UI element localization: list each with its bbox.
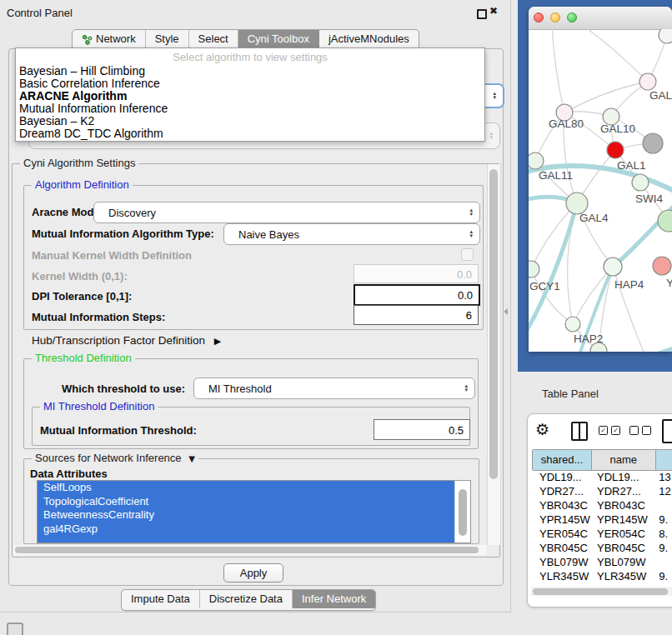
network-node[interactable] [643, 133, 663, 153]
algorithm-option[interactable]: Dream8 DC_TDC Algorithm [16, 128, 484, 140]
mi-threshold-field[interactable]: 0.5 [374, 419, 470, 440]
network-edge[interactable] [552, 29, 564, 112]
table-cell: 9. [654, 570, 672, 584]
algorithm-option[interactable]: Basic Correlation Inference [16, 78, 484, 90]
node-label: GAL1 [617, 159, 646, 172]
deselect-all-columns-icon[interactable] [629, 426, 651, 435]
network-node[interactable] [659, 29, 672, 43]
tab-jactivemnodules[interactable]: jActiveMNodules [319, 30, 419, 48]
tab-cyni-toolbox[interactable]: Cyni Toolbox [238, 30, 319, 48]
column-header-cut[interactable] [655, 450, 672, 470]
node-label: GAL [649, 89, 672, 102]
kernel-width-value: 0.0 [457, 268, 472, 280]
network-node[interactable] [658, 210, 672, 232]
table-cell: YBR045C [533, 542, 592, 556]
tab-discretize-data[interactable]: Discretize Data [200, 590, 293, 608]
table-cell: YBR043C [533, 499, 592, 513]
table-row[interactable]: YBL079WYBL079W [533, 556, 672, 570]
attribute-list-item[interactable]: BetweennessCentrality [38, 508, 470, 522]
aracne-mode-combobox[interactable]: Discovery ▴▾ [93, 202, 480, 223]
column-header-name[interactable]: name [591, 450, 656, 470]
algorithm-option[interactable]: Bayesian – K2 [16, 115, 484, 128]
cyni-bottom-tabs: Impute DataDiscretize DataInfer Network [121, 589, 376, 611]
tab-label: Network [96, 30, 136, 48]
tab-style[interactable]: Style [146, 30, 189, 48]
network-node-swi4[interactable] [632, 174, 649, 191]
network-node-hap4[interactable] [604, 258, 622, 276]
table-panel-bar: Table Panel [518, 372, 672, 413]
expand-right-icon: ▶ [214, 336, 221, 347]
hub-definition-expander[interactable]: Hub/Transcription Factor Definition ▶ [32, 334, 221, 347]
network-node-gal[interactable] [639, 73, 656, 90]
network-edge-highlighted[interactable] [605, 349, 672, 352]
table-horizontal-scrollbar[interactable] [531, 587, 672, 596]
mi-algorithm-type-value: Naive Bayes [238, 228, 299, 241]
table-row[interactable]: YDL19...YDL19...13 [533, 471, 672, 485]
settings-vertical-scrollbar[interactable] [487, 164, 501, 545]
apply-button[interactable]: Apply [223, 563, 283, 582]
attribute-list-item[interactable]: TopologicalCoefficient [38, 495, 470, 509]
table-row[interactable]: YLR345WYLR345W9. [533, 570, 672, 584]
split-view-icon[interactable] [571, 422, 588, 441]
network-node-gal11[interactable] [529, 152, 544, 169]
manual-kernel-width-checkbox[interactable] [461, 248, 474, 261]
node-label: Y [666, 277, 672, 289]
export-table-icon[interactable] [662, 419, 672, 443]
tab-network[interactable]: Network [73, 30, 146, 48]
network-edge[interactable] [564, 82, 648, 112]
table-row[interactable]: YBR043CYBR043C [533, 499, 672, 513]
which-threshold-combobox[interactable]: MI Threshold ▴▾ [193, 378, 475, 399]
table-cell [654, 499, 672, 513]
algorithm-option[interactable]: Mutual Information Inference [16, 102, 484, 115]
attributes-list-scrollbar[interactable] [454, 481, 470, 542]
network-edge[interactable] [579, 29, 648, 82]
algorithm-option[interactable]: Bayesian – Hill Climbing [16, 65, 484, 78]
select-all-columns-icon[interactable]: ✓✓ [599, 426, 620, 435]
close-traffic-light-icon[interactable] [534, 12, 544, 22]
network-node-gal1[interactable] [607, 142, 624, 158]
sources-title[interactable]: Sources for Network Inference ▼ [32, 452, 198, 464]
tab-select[interactable]: Select [189, 30, 238, 48]
table-row[interactable]: YDR27...YDR27...12 [533, 485, 672, 499]
gear-icon[interactable]: ⚙ [535, 420, 549, 438]
tab-label: Cyni Toolbox [248, 30, 309, 48]
algorithm-dropdown-prompt: Select algorithm to view settings [16, 50, 484, 65]
threshold-definition-title: Threshold Definition [32, 352, 135, 364]
node-label: SWI4 [635, 192, 663, 205]
zoom-traffic-light-icon[interactable] [567, 12, 577, 22]
attribute-list-item[interactable]: gal4RGexp [38, 522, 470, 537]
table-cell: YDL19... [533, 471, 592, 485]
settings-horizontal-scrollbar[interactable] [13, 545, 487, 555]
tab-impute-data[interactable]: Impute Data [122, 590, 200, 608]
network-node-gcy1[interactable] [529, 261, 539, 278]
algorithm-option[interactable]: ARACNE Algorithm [16, 90, 484, 102]
network-canvas[interactable]: GALGAL80GAL10GAL1GAL11SWI4GAL4HAP4YGCY1H… [529, 29, 672, 352]
table-row[interactable]: YBR045CYBR045C9. [533, 542, 672, 556]
grid-handle-icon[interactable] [7, 622, 23, 635]
aracne-mode-value: Discovery [108, 207, 156, 219]
float-window-icon[interactable] [477, 9, 487, 19]
dpi-tolerance-field[interactable]: 0.0 [354, 284, 480, 306]
table-cell: 9. [654, 542, 672, 556]
kernel-width-field: 0.0 [354, 264, 479, 283]
close-icon[interactable]: ✖ [489, 5, 498, 17]
table-row[interactable]: YER054CYER054C8. [533, 528, 672, 542]
panel-divider-arrow-icon[interactable] [504, 308, 508, 315]
mi-steps-field[interactable]: 6 [354, 305, 479, 325]
mi-algorithm-type-combobox[interactable]: Naive Bayes ▴▾ [223, 223, 480, 245]
table-row[interactable]: YPR145WYPR145W9. [533, 513, 672, 528]
attribute-list-item[interactable]: SelfLoops [38, 481, 470, 495]
network-node-hap2[interactable] [565, 317, 580, 332]
dpi-tolerance-label: DPI Tolerance [0,1]: [32, 290, 132, 302]
network-node-y[interactable] [653, 257, 671, 275]
mi-threshold-label: Mutual Information Threshold: [40, 424, 197, 437]
column-header-shared...[interactable]: shared... [532, 450, 592, 470]
data-attributes-list[interactable]: SelfLoopsTopologicalCoefficientBetweenne… [37, 480, 471, 543]
table-cell [654, 556, 672, 570]
tab-infer-network[interactable]: Infer Network [293, 590, 375, 608]
control-panel-title: Control Panel [7, 7, 73, 19]
node-label: GAL11 [539, 169, 573, 182]
stepper-arrows-icon: ▴▾ [469, 230, 473, 238]
network-window-titlebar[interactable] [529, 7, 672, 30]
minimize-traffic-light-icon[interactable] [550, 12, 560, 22]
